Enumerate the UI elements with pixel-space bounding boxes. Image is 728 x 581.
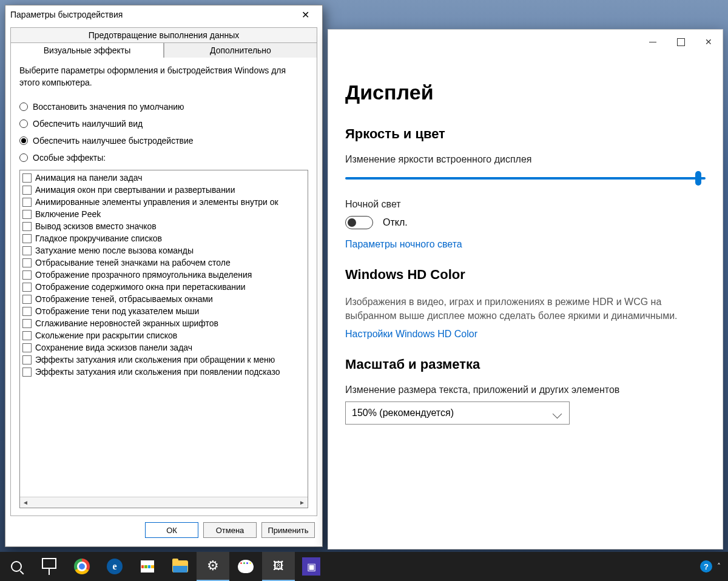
dialog-buttons: ОК Отмена Применить <box>10 516 317 542</box>
checkbox-icon[interactable] <box>22 355 32 364</box>
effect-label: Отображение содержимого окна при перетас… <box>35 282 246 292</box>
settings-window: Дисплей Яркость и цвет Изменение яркости… <box>328 29 723 549</box>
checkbox-icon[interactable] <box>22 283 32 292</box>
effect-item[interactable]: Эффекты затухания или скольжения при поя… <box>22 366 305 378</box>
checkbox-icon[interactable] <box>22 222 32 231</box>
taskbar-settings[interactable]: ⚙ <box>197 552 229 581</box>
scroll-left-icon[interactable]: ◄ <box>20 498 31 508</box>
effect-item[interactable]: Отображение прозрачного прямоугольника в… <box>22 269 305 281</box>
radio-bestlook[interactable]: Обеспечить наилучший вид <box>19 119 308 129</box>
effect-item[interactable]: Включение Peek <box>22 208 305 220</box>
effect-item[interactable]: Сглаживание неровностей экранных шрифтов <box>22 317 305 329</box>
effect-item[interactable]: Эффекты затухания или скольжения при обр… <box>22 354 305 366</box>
effect-label: Анимация окон при свертывании и разверты… <box>35 185 235 195</box>
close-icon[interactable] <box>695 32 723 52</box>
checkbox-icon[interactable] <box>22 270 32 280</box>
search-icon <box>11 561 22 572</box>
effect-item[interactable]: Вывод эскизов вместо значков <box>22 220 305 232</box>
store-icon <box>141 560 154 573</box>
folder-icon <box>172 560 188 573</box>
checkbox-icon[interactable] <box>22 295 32 304</box>
effect-label: Анимация на панели задач <box>35 173 142 183</box>
checkbox-icon[interactable] <box>22 234 32 243</box>
maximize-icon[interactable] <box>667 32 695 52</box>
effect-label: Отбрасывание теней значками на рабочем с… <box>35 258 231 267</box>
nightlight-toggle[interactable] <box>345 216 373 229</box>
effect-item[interactable]: Затухание меню после вызова команды <box>22 244 305 257</box>
ok-button[interactable]: ОК <box>145 522 198 538</box>
checkbox-icon[interactable] <box>22 258 32 267</box>
checkbox-icon[interactable] <box>22 307 32 316</box>
checkbox-icon[interactable] <box>22 186 32 195</box>
effect-item[interactable]: Отображение тени под указателем мыши <box>22 305 305 317</box>
effect-label: Затухание меню после вызова команды <box>35 246 194 255</box>
taskbar-app-cpu[interactable]: ▣ <box>295 552 328 581</box>
taskbar-app-photos[interactable]: 🖼 <box>262 552 295 581</box>
section-hdcolor: Windows HD Color <box>345 267 706 283</box>
scale-combobox[interactable]: 150% (рекомендуется) <box>345 401 570 425</box>
taskbar-chrome[interactable] <box>66 552 98 581</box>
effect-label: Скольжение при раскрытии списков <box>35 331 177 340</box>
tab-dep[interactable]: Предотвращение выполнения данных <box>10 27 317 43</box>
edge-icon: e <box>107 559 123 574</box>
taskbar-paint[interactable] <box>229 552 262 581</box>
system-tray: ? ˄ <box>700 560 728 573</box>
effect-label: Вывод эскизов вместо значков <box>35 221 157 231</box>
effect-item[interactable]: Анимированные элементы управления и элем… <box>22 196 305 208</box>
intro-text: Выберите параметры оформления и быстроде… <box>19 65 308 89</box>
checkbox-icon[interactable] <box>22 198 32 207</box>
section-brightness: Яркость и цвет <box>345 126 706 142</box>
horizontal-scrollbar[interactable]: ◄ ► <box>20 497 308 508</box>
nightlight-settings-link[interactable]: Параметры ночного света <box>345 239 706 250</box>
dialog-titlebar[interactable]: Параметры быстродействия ✕ <box>5 5 322 24</box>
checkbox-icon[interactable] <box>22 173 32 183</box>
taskbar-store[interactable] <box>131 552 164 581</box>
effect-item[interactable]: Анимация окон при свертывании и разверты… <box>22 184 305 196</box>
tray-chevron-icon[interactable]: ˄ <box>717 562 721 571</box>
section-scale: Масштаб и разметка <box>345 357 706 372</box>
checkbox-icon[interactable] <box>22 343 32 352</box>
effect-label: Сохранение вида эскизов панели задач <box>35 343 192 352</box>
radio-label: Обеспечить наилучшее быстродействие <box>33 136 194 146</box>
radio-icon <box>19 119 28 128</box>
taskbar-explorer[interactable] <box>164 552 197 581</box>
scroll-track[interactable] <box>31 498 297 508</box>
checkbox-icon[interactable] <box>22 319 32 328</box>
slider-thumb[interactable] <box>695 171 701 186</box>
hdcolor-settings-link[interactable]: Настройки Windows HD Color <box>345 329 706 340</box>
taskbar-edge[interactable]: e <box>98 552 131 581</box>
taskbar: e ⚙ 🖼 ▣ ? ˄ <box>0 552 728 581</box>
cancel-button[interactable]: Отмена <box>203 522 257 538</box>
effect-item[interactable]: Отображение теней, отбрасываемых окнами <box>22 293 305 305</box>
radio-default[interactable]: Восстановить значения по умолчанию <box>19 102 308 112</box>
effect-item[interactable]: Отображение содержимого окна при перетас… <box>22 281 305 293</box>
task-view-button[interactable] <box>33 552 66 581</box>
scroll-right-icon[interactable]: ► <box>297 498 308 508</box>
apply-button[interactable]: Применить <box>261 522 315 538</box>
photos-icon: 🖼 <box>268 557 289 575</box>
effect-item[interactable]: Анимация на панели задач <box>22 172 305 184</box>
checkbox-icon[interactable] <box>22 246 32 255</box>
nightlight-label: Ночной свет <box>345 199 706 210</box>
minimize-icon[interactable] <box>639 32 667 52</box>
brightness-slider[interactable] <box>345 171 706 186</box>
tab-advanced[interactable]: Дополнительно <box>164 42 317 58</box>
effect-item[interactable]: Скольжение при раскрытии списков <box>22 329 305 341</box>
radio-custom[interactable]: Особые эффекты: <box>19 153 308 163</box>
effect-item[interactable]: Гладкое прокручивание списков <box>22 232 305 244</box>
effect-label: Отображение прозрачного прямоугольника в… <box>35 270 252 280</box>
checkbox-icon[interactable] <box>22 368 32 377</box>
checkbox-icon[interactable] <box>22 331 32 340</box>
radio-label: Особые эффекты: <box>33 153 106 163</box>
tab-visual-effects[interactable]: Визуальные эффекты <box>10 42 164 58</box>
help-icon[interactable]: ? <box>700 560 712 573</box>
radio-bestperf[interactable]: Обеспечить наилучшее быстродействие <box>19 136 308 146</box>
effect-item[interactable]: Отбрасывание теней значками на рабочем с… <box>22 257 305 269</box>
search-button[interactable] <box>0 552 33 581</box>
effect-label: Включение Peek <box>35 209 101 219</box>
close-icon[interactable]: ✕ <box>293 9 317 21</box>
performance-options-dialog: Параметры быстродействия ✕ Предотвращени… <box>5 5 323 547</box>
effect-item[interactable]: Сохранение вида эскизов панели задач <box>22 341 305 354</box>
effects-listbox[interactable]: Анимация на панели задачАнимация окон пр… <box>19 170 308 508</box>
checkbox-icon[interactable] <box>22 210 32 219</box>
